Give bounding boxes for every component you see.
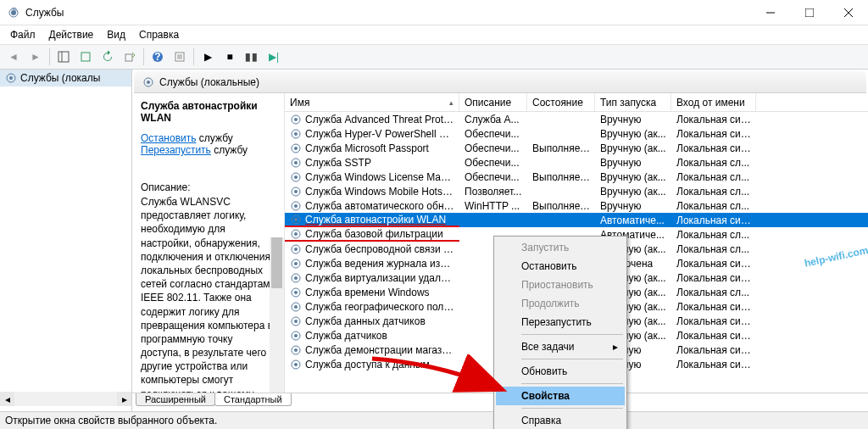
service-desc-cell: Обеспечи...: [459, 157, 527, 169]
pause-service-button[interactable]: ▮▮: [242, 47, 262, 67]
forward-button[interactable]: ►: [25, 47, 46, 67]
svg-point-49: [294, 320, 298, 323]
col-startup[interactable]: Тип запуска: [595, 93, 671, 111]
tab-standard[interactable]: Стандартный: [214, 393, 292, 406]
scroll-right-button[interactable]: ▸: [117, 392, 131, 406]
info-scrollbar[interactable]: [270, 237, 284, 393]
help-button[interactable]: ?: [147, 47, 168, 67]
gear-icon: [142, 76, 154, 88]
service-name-cell: Служба Microsoft Passport: [285, 142, 459, 154]
stop-service-link[interactable]: Остановить: [141, 132, 197, 144]
cm-start[interactable]: Запустить: [496, 238, 625, 257]
submenu-arrow-icon: ▸: [613, 341, 618, 353]
close-button[interactable]: [829, 0, 868, 25]
svg-point-27: [294, 161, 298, 164]
description-label: Описание:: [141, 181, 275, 193]
service-row[interactable]: Служба Hyper-V PowerShell DirectОбеспечи…: [285, 126, 868, 141]
content-header-label: Службы (локальные): [159, 76, 259, 88]
service-name-cell: Служба демонстрации магазина: [285, 344, 459, 356]
service-logon-cell: Локальная сис...: [671, 301, 756, 313]
svg-point-29: [294, 176, 298, 179]
menu-action[interactable]: Действие: [42, 27, 101, 42]
service-name-cell: Служба базовой фильтрации: [285, 228, 459, 242]
service-name-cell: Служба доступа к данным: [285, 359, 459, 370]
service-state-cell: Выполняется: [527, 171, 595, 183]
minimize-button[interactable]: [751, 0, 790, 25]
service-name-cell: Служба виртуализации удаленных...: [285, 272, 459, 284]
service-name-cell: Служба автоматического обнару...: [285, 200, 459, 212]
svg-point-25: [294, 147, 298, 150]
menu-help[interactable]: Справка: [132, 27, 186, 42]
service-logon-cell: Локальная сис...: [671, 214, 756, 226]
menu-view[interactable]: Вид: [100, 27, 132, 42]
col-name[interactable]: Имя▴: [285, 93, 459, 111]
cm-help[interactable]: Справка: [496, 411, 625, 429]
service-name-cell: Служба географического положен...: [285, 301, 459, 313]
svg-point-23: [294, 132, 298, 136]
service-row[interactable]: Служба автонастройки WLANАвтоматиче...Ло…: [285, 213, 868, 227]
svg-point-47: [294, 305, 298, 309]
service-startup-cell: Вручную (ак...: [595, 186, 671, 198]
restart-service-link[interactable]: Перезапустить: [141, 144, 211, 156]
tree-root-item[interactable]: Службы (локалы: [0, 70, 131, 86]
service-row[interactable]: Служба SSTPОбеспечи...ВручнуюЛокальная с…: [285, 155, 868, 170]
svg-point-51: [294, 334, 298, 337]
svg-rect-6: [58, 52, 69, 62]
tab-extended[interactable]: Расширенный: [136, 393, 215, 406]
service-row[interactable]: Служба Windows License ManagerОбеспечи..…: [285, 170, 868, 184]
service-row[interactable]: Служба Microsoft PassportОбеспечи...Выпо…: [285, 141, 868, 155]
service-logon-cell: Локальная сис...: [671, 114, 756, 125]
cm-restart[interactable]: Перезапустить: [496, 313, 625, 332]
service-name-cell: Служба Windows Mobile Hotspot: [285, 186, 459, 198]
service-row[interactable]: Служба Windows Mobile HotspotПозволяет..…: [285, 184, 868, 198]
col-description[interactable]: Описание: [459, 93, 527, 111]
service-row[interactable]: Служба Advanced Threat Protectio...Служб…: [285, 112, 868, 126]
cm-all-tasks[interactable]: Все задачи▸: [496, 337, 625, 356]
service-logon-cell: Локальная сис...: [671, 344, 756, 356]
title-bar: Службы: [0, 0, 868, 25]
cm-properties[interactable]: Свойства: [496, 387, 625, 405]
cm-resume[interactable]: Продолжить: [496, 294, 625, 313]
back-button[interactable]: ◄: [3, 47, 24, 67]
col-state[interactable]: Состояние: [527, 93, 595, 111]
export-list-button[interactable]: [75, 47, 96, 67]
cm-separator: [521, 359, 623, 359]
col-logon[interactable]: Вход от имени: [671, 93, 756, 111]
window-title: Службы: [25, 7, 751, 19]
service-logon-cell: Локальная сл...: [671, 287, 756, 298]
properties-button[interactable]: [170, 47, 190, 67]
service-name-cell: Служба беспроводной связи Blue...: [285, 243, 459, 255]
service-row[interactable]: Служба автоматического обнару...WinHTTP …: [285, 198, 868, 213]
service-logon-cell: Локальная сис...: [671, 315, 756, 327]
cm-pause[interactable]: Приостановить: [496, 276, 625, 294]
cm-refresh[interactable]: Обновить: [496, 362, 625, 381]
refresh-button[interactable]: [97, 47, 118, 67]
restart-service-button[interactable]: ▶|: [264, 47, 284, 67]
selected-service-name: Служба автонастройки WLAN: [141, 100, 275, 124]
service-name-cell: Служба Advanced Threat Protectio...: [285, 114, 459, 125]
service-startup-cell: Автоматиче...: [595, 214, 671, 226]
service-desc-cell: Обеспечи...: [459, 128, 527, 140]
svg-rect-3: [805, 8, 814, 17]
service-name-cell: Служба автонастройки WLAN: [285, 214, 459, 227]
menu-bar: Файл Действие Вид Справка: [0, 25, 868, 44]
context-menu: Запустить Остановить Приостановить Продо…: [493, 236, 627, 429]
scroll-left-button[interactable]: ◂: [0, 392, 14, 406]
service-name-cell: Служба датчиков: [285, 330, 459, 342]
start-service-button[interactable]: ▶: [198, 47, 218, 67]
description-text: Служба WLANSVC предоставляет логику, нео…: [141, 195, 275, 393]
export-button[interactable]: [120, 47, 140, 67]
show-hide-tree-button[interactable]: [53, 47, 74, 67]
stop-service-button[interactable]: ■: [220, 47, 240, 67]
sort-asc-icon: ▴: [449, 98, 453, 107]
service-desc-cell: Обеспечи...: [459, 171, 527, 183]
service-startup-cell: Вручную (ак...: [595, 171, 671, 183]
service-logon-cell: Локальная сис...: [671, 330, 756, 342]
tree-hscroll[interactable]: ◂ ▸: [0, 392, 131, 406]
cm-stop[interactable]: Остановить: [496, 257, 625, 276]
service-startup-cell: Вручную: [595, 157, 671, 169]
svg-point-35: [294, 218, 298, 221]
menu-file[interactable]: Файл: [3, 27, 42, 42]
maximize-button[interactable]: [790, 0, 829, 25]
svg-point-21: [294, 118, 298, 121]
